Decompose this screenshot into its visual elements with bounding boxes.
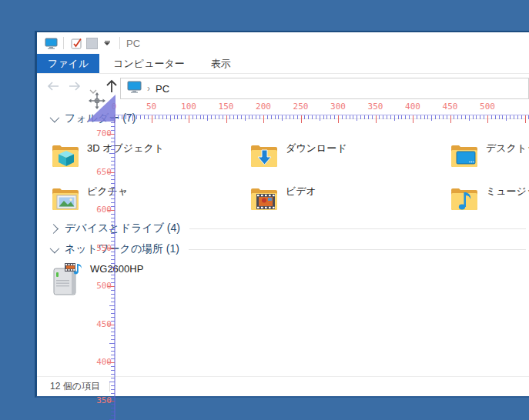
ruler-tick-vertical [111, 415, 115, 416]
folder-music-icon [449, 183, 480, 214]
group-divider [189, 249, 526, 250]
breadcrumb-location[interactable]: PC [156, 83, 169, 95]
tile-wg2600hp[interactable]: WG2600HP [50, 262, 143, 297]
ruler-tick-vertical [111, 412, 115, 412]
qat-checkbox-button[interactable] [69, 35, 84, 51]
ruler-tick-vertical [111, 408, 115, 408]
folder-view: フォルダー (7) 3D オブジェクト [37, 102, 529, 376]
group-header-devices[interactable]: デバイスとドライブ (4) [50, 222, 526, 235]
navigation-bar: › PC [37, 74, 529, 102]
tile-label: 3D オブジェクト [87, 142, 164, 155]
folder-pictures-icon [50, 183, 81, 214]
chevron-right-icon[interactable] [49, 224, 59, 234]
ruler-tick-vertical [107, 401, 115, 402]
status-bar: 12 個の項目 [37, 376, 529, 396]
group-title: デバイスとドライブ (4) [65, 222, 180, 235]
explorer-window: PC ファイル コンピューター 表示 [35, 31, 529, 398]
back-icon[interactable] [46, 80, 60, 95]
item-count: 12 個の項目 [50, 380, 100, 393]
tile-desktop[interactable]: デスクトップ [449, 140, 529, 171]
tile-label: ピクチャ [87, 185, 128, 198]
tile-3d-objects[interactable]: 3D オブジェクト [50, 140, 164, 171]
status-separator [109, 382, 110, 392]
address-bar[interactable]: › PC [120, 78, 529, 99]
tile-music[interactable]: ミュージック [449, 183, 529, 214]
tile-downloads[interactable]: ダウンロード [249, 140, 347, 171]
group-title: ネットワークの場所 (1) [65, 242, 179, 256]
folder-downloads-icon [249, 140, 280, 171]
folder-3d-objects-icon [50, 140, 81, 171]
desktop: PC ファイル コンピューター 表示 [0, 0, 529, 420]
folder-videos-icon [249, 183, 280, 214]
folder-desktop-icon [449, 140, 480, 171]
window-title: PC [126, 38, 140, 49]
titlebar: PC [37, 32, 529, 54]
up-icon[interactable] [105, 78, 119, 97]
group-divider [145, 118, 526, 119]
titlebar-separator [63, 37, 64, 49]
crosshair-move-icon[interactable] [89, 92, 105, 112]
tile-videos[interactable]: ビデオ [249, 183, 316, 214]
tile-label: ビデオ [286, 185, 316, 198]
qat-dropdown-icon[interactable] [99, 35, 115, 51]
tab-view[interactable]: 表示 [199, 54, 243, 73]
tile-label: ダウンロード [286, 142, 347, 155]
tile-label: WG2600HP [90, 263, 143, 275]
tile-label: デスクトップ [486, 142, 529, 155]
chevron-down-icon[interactable] [50, 112, 60, 122]
group-divider [189, 228, 526, 229]
address-pc-icon [127, 81, 142, 96]
tile-pictures[interactable]: ピクチャ [50, 183, 128, 214]
group-header-network[interactable]: ネットワークの場所 (1) [50, 242, 526, 256]
tab-file[interactable]: ファイル [37, 54, 99, 73]
group-header-folders[interactable]: フォルダー (7) [50, 112, 526, 125]
ruler-tick-vertical [111, 404, 115, 405]
media-device-icon [50, 262, 84, 297]
tab-computer[interactable]: コンピューター [101, 54, 197, 73]
forward-icon[interactable] [68, 80, 82, 95]
this-pc-window-icon [43, 35, 59, 51]
ribbon-tabs: ファイル コンピューター 表示 [37, 54, 529, 74]
titlebar-separator2 [119, 37, 120, 49]
tile-label: ミュージック [486, 185, 529, 198]
qat-gray-button[interactable] [84, 35, 99, 51]
breadcrumb-chevron-icon[interactable]: › [147, 83, 150, 94]
chevron-down-icon[interactable] [50, 243, 60, 253]
